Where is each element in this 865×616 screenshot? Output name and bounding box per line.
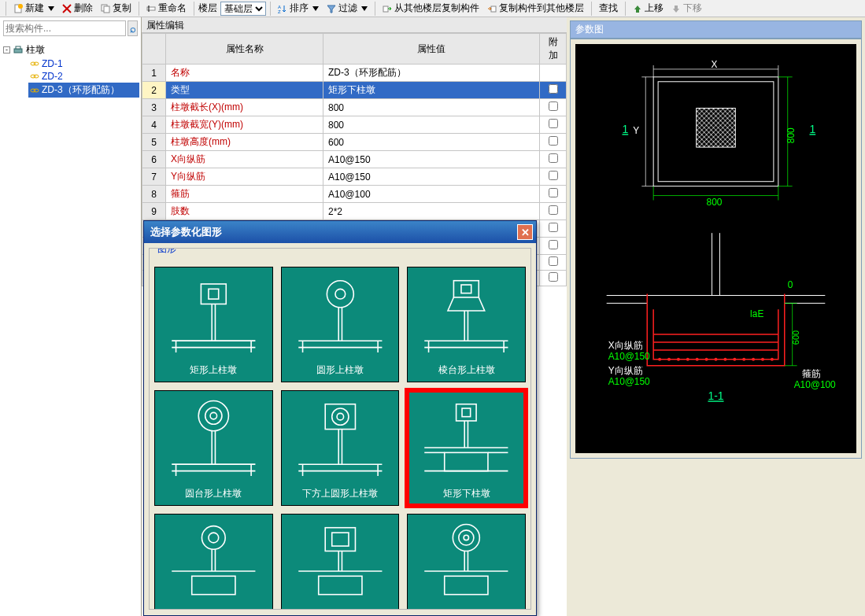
shape-label: 下方上圆形上柱墩 — [302, 487, 378, 505]
prop-extra[interactable] — [540, 151, 567, 168]
dialog-close-button[interactable]: ✕ — [517, 224, 533, 240]
copy-button[interactable]: 复制 — [98, 1, 135, 16]
copy-to-button[interactable]: 复制构件到其他楼层 — [484, 1, 587, 16]
tree-item[interactable]: ZD-3（环形配筋） — [28, 83, 139, 98]
param-panel-title: 参数图 — [570, 20, 862, 39]
prop-value[interactable]: 800 — [323, 116, 540, 134]
shape-label: 圆形上柱墩 — [316, 363, 364, 382]
prop-extra[interactable] — [540, 186, 567, 203]
svg-point-128 — [201, 526, 225, 550]
extra-checkbox[interactable] — [549, 171, 558, 180]
extra-checkbox[interactable] — [549, 240, 558, 249]
extra-checkbox[interactable] — [549, 256, 558, 266]
property-row[interactable]: 6X向纵筋A10@150 — [142, 151, 567, 168]
prop-value[interactable]: A10@150 — [323, 151, 540, 168]
tree-item[interactable]: ZD-2 — [28, 70, 139, 83]
shape-label: 矩形上柱墩 — [190, 363, 237, 382]
svg-rect-134 — [325, 528, 355, 551]
svg-rect-94 — [461, 285, 471, 293]
prop-extra[interactable] — [540, 168, 567, 186]
shape-tile[interactable]: 下方上圆形上柱墩 — [281, 390, 400, 506]
tree-item[interactable]: ZD-1 — [28, 57, 139, 70]
tree-root-label: 柱墩 — [26, 43, 45, 57]
extra-checkbox[interactable] — [549, 188, 558, 197]
filter-button[interactable]: 过滤 — [323, 1, 371, 16]
delete-button[interactable]: 删除 — [59, 1, 96, 16]
rename-button[interactable]: 重命名 — [143, 1, 190, 16]
shape-tile[interactable] — [154, 514, 273, 610]
move-up-button[interactable]: 上移 — [630, 1, 667, 16]
prop-extra[interactable] — [540, 82, 567, 99]
extra-checkbox[interactable] — [549, 84, 558, 94]
svg-rect-77 — [201, 284, 226, 304]
prop-value[interactable]: 800 — [323, 99, 540, 116]
extra-checkbox[interactable] — [549, 136, 558, 146]
property-row[interactable]: 8箍筋A10@100 — [142, 186, 567, 203]
tree-item-label: ZD-1 — [42, 58, 63, 69]
extra-checkbox[interactable] — [549, 205, 558, 215]
prop-extra[interactable] — [540, 134, 567, 151]
prop-extra[interactable] — [540, 99, 567, 116]
prop-value[interactable]: 2*2 — [323, 203, 540, 220]
extra-checkbox[interactable] — [549, 119, 558, 128]
shape-tile[interactable]: 棱台形上柱墩 — [407, 267, 526, 382]
extra-checkbox[interactable] — [549, 153, 558, 163]
property-row[interactable]: 3柱墩截长(X)(mm)800 — [142, 99, 567, 116]
svg-text:800: 800 — [786, 127, 797, 143]
shape-tile[interactable] — [407, 514, 526, 610]
svg-point-15 — [34, 62, 39, 65]
copy-from-button[interactable]: 从其他楼层复制构件 — [379, 1, 482, 16]
prop-value[interactable]: A10@100 — [323, 186, 540, 203]
extra-checkbox[interactable] — [549, 101, 558, 111]
property-row[interactable]: 9肢数2*2 — [142, 203, 567, 220]
prop-name: 箍筋 — [166, 186, 323, 203]
svg-point-103 — [210, 412, 216, 419]
svg-rect-133 — [192, 576, 235, 594]
prop-extra[interactable] — [540, 116, 567, 134]
floor-select[interactable]: 基础层 — [220, 2, 266, 16]
floor-label: 楼层 — [198, 2, 217, 15]
svg-rect-5 — [104, 6, 109, 13]
property-row[interactable]: 1名称ZD-3（环形配筋） — [142, 65, 567, 82]
extra-checkbox[interactable] — [549, 223, 558, 232]
search-input[interactable] — [3, 20, 126, 36]
collapse-icon[interactable]: - — [3, 46, 10, 53]
prop-value[interactable]: 600 — [323, 134, 540, 151]
svg-text:A10@150: A10@150 — [608, 376, 650, 387]
extra-checkbox[interactable] — [549, 272, 558, 282]
prop-extra[interactable] — [540, 65, 567, 82]
shape-tile[interactable]: 圆台形上柱墩 — [154, 390, 273, 506]
new-button[interactable]: 新建 — [10, 1, 57, 16]
prop-extra[interactable] — [540, 220, 567, 238]
prop-extra[interactable] — [540, 203, 567, 220]
prop-value[interactable]: ZD-3（环形配筋） — [323, 65, 540, 82]
property-row[interactable]: 7Y向纵筋A10@150 — [142, 168, 567, 186]
shape-tile[interactable]: 矩形下柱墩 — [407, 390, 526, 506]
svg-point-86 — [335, 289, 346, 299]
property-row[interactable]: 2类型矩形下柱墩 — [142, 82, 567, 99]
row-number: 8 — [142, 186, 166, 203]
svg-rect-12 — [14, 49, 22, 53]
arrow-down-icon — [671, 4, 681, 13]
svg-point-53 — [677, 358, 680, 361]
property-row[interactable]: 4柱墩截宽(Y)(mm)800 — [142, 116, 567, 134]
shape-tile[interactable]: 圆形上柱墩 — [281, 267, 400, 382]
svg-point-101 — [198, 400, 228, 430]
svg-text:0: 0 — [788, 279, 793, 290]
move-up-label: 上移 — [645, 2, 664, 15]
prop-value[interactable]: A10@150 — [323, 168, 540, 186]
property-row[interactable]: 5柱墩高度(mm)600 — [142, 134, 567, 151]
sort-button[interactable]: AZ 排序 — [275, 1, 322, 16]
search-button[interactable]: ⌕ — [128, 20, 138, 36]
shape-tile[interactable] — [281, 514, 400, 610]
col-extra: 附加 — [540, 34, 567, 65]
move-down-button[interactable]: 下移 — [668, 1, 705, 16]
find-button[interactable]: 查找 — [596, 1, 621, 16]
tree-root[interactable]: - 柱墩 — [2, 42, 139, 57]
copy-to-icon — [487, 4, 497, 13]
shape-tile[interactable]: 矩形上柱墩 — [154, 267, 273, 382]
prop-value[interactable]: 矩形下柱墩 — [323, 82, 540, 99]
dialog-group-label: 图形 — [154, 248, 179, 256]
dialog-titlebar[interactable]: 选择参数化图形 ✕ — [144, 221, 536, 243]
prop-extra[interactable] — [540, 238, 567, 255]
